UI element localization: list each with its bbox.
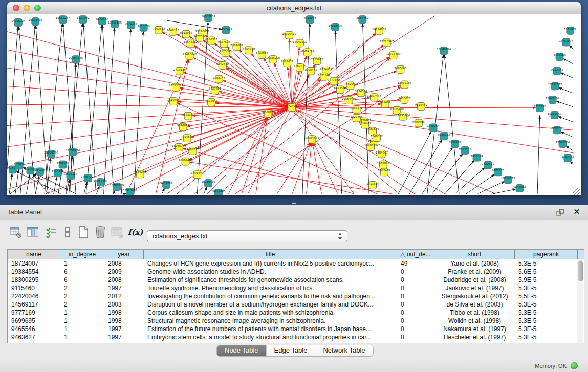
function-builder-icon[interactable]: f(x): [128, 225, 141, 239]
table-row[interactable]: 1456911722003Disruption of a novel membe…: [8, 300, 584, 309]
table-cell[interactable]: Genome-wide association studies in ADHD.: [144, 268, 397, 276]
table-row[interactable]: 1872400712008Changes of HCN gene express…: [8, 259, 584, 268]
table-cell[interactable]: Tourette syndrome. Phenomenology and cla…: [144, 284, 397, 292]
column-header-short[interactable]: short: [434, 250, 515, 259]
table-cell[interactable]: 1997: [104, 325, 144, 333]
table-cell[interactable]: Hescheler et al. (1997): [434, 333, 515, 341]
table-row[interactable]: 911546021997Tourette syndrome. Phenomeno…: [8, 284, 584, 292]
panel-splitter-handle[interactable]: [292, 203, 296, 204]
table-cell[interactable]: Dudbridge et al. (2008): [434, 276, 515, 284]
tab-edge-table[interactable]: Edge Table: [267, 345, 316, 356]
table-cell[interactable]: 5.3E-5: [515, 309, 578, 317]
table-cell[interactable]: 0: [397, 292, 434, 300]
table-cell[interactable]: 1997: [104, 333, 144, 341]
table-cell[interactable]: 2012: [104, 292, 144, 300]
table-cell[interactable]: 1997: [104, 284, 144, 292]
table-cell[interactable]: 1: [60, 259, 104, 268]
table-cell[interactable]: 22420046: [8, 292, 60, 300]
table-cell[interactable]: 5.9E-5: [515, 276, 578, 284]
network-canvas[interactable]: 1872400776638229660126891295512226058942…: [7, 14, 581, 195]
table-cell[interactable]: 2008: [104, 276, 144, 284]
table-cell[interactable]: 0: [397, 317, 434, 325]
table-cell[interactable]: 1998: [104, 317, 144, 325]
table-cell[interactable]: Structural magnetic resonance image aver…: [144, 317, 397, 325]
network-node[interactable]: 12923448: [123, 188, 137, 195]
table-cell[interactable]: 9699695: [8, 317, 60, 325]
tab-network-table[interactable]: Network Table: [315, 345, 373, 356]
table-cell[interactable]: 2: [60, 300, 104, 309]
table-cell[interactable]: Changes of HCN gene expression and I(f) …: [144, 259, 397, 268]
table-cell[interactable]: 9465546: [8, 325, 60, 333]
table-cell[interactable]: 5.3E-5: [515, 284, 578, 292]
table-cell[interactable]: 0: [397, 276, 434, 284]
table-cell[interactable]: 1998: [104, 309, 144, 317]
table-tabs[interactable]: Node TableEdge TableNetwork Table: [217, 345, 373, 356]
table-cell[interactable]: 2009: [104, 268, 144, 276]
table-cell[interactable]: 0: [397, 284, 434, 292]
table-cell[interactable]: 49: [397, 259, 434, 268]
network-node[interactable]: 621604: [380, 100, 390, 108]
table-cell[interactable]: 5.3E-5: [515, 300, 578, 309]
tab-node-table[interactable]: Node Table: [217, 345, 267, 356]
table-cell[interactable]: 5.3E-5: [515, 325, 578, 333]
table-cell[interactable]: 9115460: [8, 284, 60, 292]
table-cell[interactable]: Yano et al. (2008): [434, 259, 515, 268]
table-cell[interactable]: 9463627: [8, 333, 60, 341]
table-cell[interactable]: 9777169: [8, 309, 60, 317]
float-window-icon[interactable]: [556, 208, 564, 217]
table-cell[interactable]: Wolkin et al. (1998): [434, 317, 515, 325]
table-cell[interactable]: 18724007: [8, 259, 60, 268]
table-cell[interactable]: Disruption of a novel member of a sodium…: [144, 300, 397, 309]
column-header-in_degree[interactable]: in_degree: [60, 250, 104, 259]
table-cell[interactable]: Corpus callosum shape and size in male p…: [144, 309, 397, 317]
table-cell[interactable]: 19384554: [8, 268, 60, 276]
table-cell[interactable]: Stergiakouli et al. (2012): [434, 292, 515, 300]
table-row[interactable]: 1830029562008Estimation of significance …: [8, 276, 584, 284]
table-cell[interactable]: Estimation of the future numbers of pati…: [144, 325, 397, 333]
close-window-icon[interactable]: [13, 5, 19, 11]
table-cell[interactable]: 0: [397, 309, 434, 317]
table-cell[interactable]: 1: [60, 317, 104, 325]
select-columns-icon[interactable]: [45, 225, 58, 239]
table-cell[interactable]: 2003: [104, 300, 144, 309]
table-cell[interactable]: 6: [60, 276, 104, 284]
table-row[interactable]: 946362711997Embryonic stem cells: a mode…: [8, 333, 584, 341]
table-cell[interactable]: 5.3E-5: [515, 317, 578, 325]
table-header-row[interactable]: namein_degreeyeartitle△ out_de...shortpa…: [8, 250, 584, 259]
network-window[interactable]: citations_edges.txt 18724007766382296601…: [7, 2, 581, 195]
table-cell[interactable]: Embryonic stem cells: a model to study s…: [144, 333, 397, 341]
table-cell[interactable]: 0: [397, 300, 434, 309]
table-cell[interactable]: 2008: [104, 259, 144, 268]
table-cell[interactable]: 0: [397, 325, 434, 333]
table-options-icon[interactable]: [9, 225, 23, 239]
table-cell[interactable]: 1: [60, 325, 104, 333]
network-window-titlebar[interactable]: citations_edges.txt: [7, 2, 581, 14]
table-cell[interactable]: 6: [60, 268, 104, 276]
memory-status-icon[interactable]: [571, 362, 578, 369]
table-select[interactable]: citations_edges.txt: [147, 230, 347, 242]
row-height-icon[interactable]: [61, 225, 75, 239]
minimize-window-icon[interactable]: [24, 5, 30, 11]
table-cell[interactable]: 14569117: [8, 300, 60, 309]
table-body[interactable]: 1872400712008Changes of HCN gene express…: [8, 259, 584, 341]
delete-columns-icon[interactable]: [94, 225, 107, 239]
table-cell[interactable]: 2: [60, 284, 104, 292]
table-scrollbar-thumb[interactable]: [578, 261, 583, 281]
table-cell[interactable]: 2: [60, 292, 104, 300]
table-cell[interactable]: 5.3E-5: [515, 259, 578, 268]
table-scrollbar[interactable]: [577, 260, 583, 343]
table-cell[interactable]: Investigating the contribution of common…: [144, 292, 397, 300]
resize-grip[interactable]: [573, 188, 580, 195]
table-cell[interactable]: Jankovic et al. (1997): [434, 284, 515, 292]
table-cell[interactable]: 18300295: [8, 276, 60, 284]
table-cell[interactable]: 5.5E-5: [515, 292, 578, 300]
table-row[interactable]: 946554611997Estimation of the future num…: [8, 325, 584, 333]
column-header-name[interactable]: name: [8, 250, 60, 259]
column-header-year[interactable]: year: [104, 250, 144, 259]
column-header-title[interactable]: title: [144, 250, 397, 259]
column-header-out_de[interactable]: △ out_de...: [397, 250, 434, 259]
table-row[interactable]: 2242004622012Investigating the contribut…: [8, 292, 584, 300]
table-row[interactable]: 977716911998Corpus callosum shape and si…: [8, 309, 584, 317]
table-cell[interactable]: 1: [60, 309, 104, 317]
table-row[interactable]: 969969511998Structural magnetic resonanc…: [8, 317, 584, 325]
